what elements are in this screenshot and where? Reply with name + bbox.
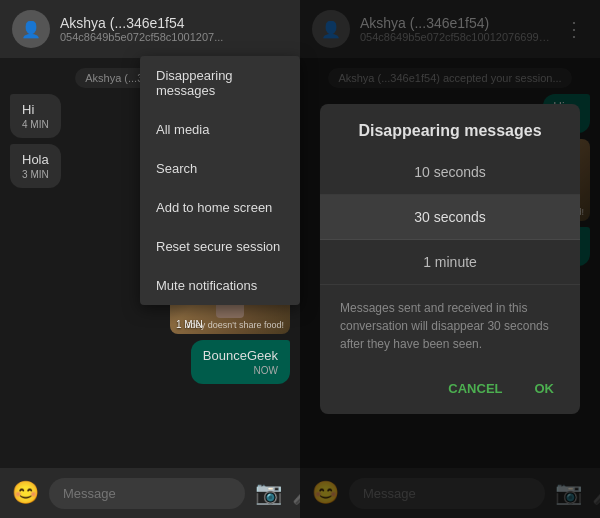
- menu-item-disappearing[interactable]: Disappearing messages: [140, 56, 300, 110]
- disappearing-messages-dialog: Disappearing messages 10 seconds 30 seco…: [320, 104, 580, 414]
- menu-item-mute[interactable]: Mute notifications: [140, 266, 300, 305]
- incoming-bubble: Hi 4 MIN: [10, 94, 61, 138]
- bubble-time: 4 MIN: [22, 119, 49, 130]
- dialog-option-30s[interactable]: 30 seconds: [320, 195, 580, 240]
- dialog-option-1m[interactable]: 1 minute: [320, 240, 580, 285]
- dropdown-menu: Disappearing messages All media Search A…: [140, 56, 300, 305]
- bubble-text: Hola: [22, 152, 49, 167]
- dialog-actions: CANCEL OK: [320, 367, 580, 414]
- emoji-icon[interactable]: 😊: [12, 480, 39, 506]
- image-caption: Joey doesn't share food!: [186, 320, 284, 330]
- bubble-time: NOW: [203, 365, 278, 376]
- message-input[interactable]: [49, 478, 245, 509]
- avatar: 👤: [12, 10, 50, 48]
- menu-item-all-media[interactable]: All media: [140, 110, 300, 149]
- bubble-time: 3 MIN: [22, 169, 49, 180]
- left-panel: 👤 Akshya (...346e1f54 054c8649b5e072cf58…: [0, 0, 300, 518]
- dialog-title: Disappearing messages: [320, 104, 580, 150]
- bubble-text: BounceGeek: [203, 348, 278, 363]
- dialog-option-10s[interactable]: 10 seconds: [320, 150, 580, 195]
- bubble-text: Hi: [22, 102, 49, 117]
- left-bottom-bar: 😊 📷 🎤 +: [0, 468, 300, 518]
- menu-item-reset-session[interactable]: Reset secure session: [140, 227, 300, 266]
- dialog-overlay: Disappearing messages 10 seconds 30 seco…: [300, 0, 600, 518]
- left-header: 👤 Akshya (...346e1f54 054c8649b5e072cf58…: [0, 0, 300, 58]
- header-info: Akshya (...346e1f54 054c8649b5e072cf58c1…: [60, 15, 288, 43]
- menu-item-add-home[interactable]: Add to home screen: [140, 188, 300, 227]
- cancel-button[interactable]: CANCEL: [442, 377, 508, 400]
- outgoing-bubble: BounceGeek NOW: [191, 340, 290, 384]
- dialog-description: Messages sent and received in this conve…: [320, 285, 580, 367]
- ok-button[interactable]: OK: [529, 377, 561, 400]
- right-panel: 👤 Akshya (...346e1f54) 054c8649b5e072cf5…: [300, 0, 600, 518]
- contact-id: 054c8649b5e072cf58c1001207...: [60, 31, 288, 43]
- table-row: BounceGeek NOW: [10, 340, 290, 384]
- incoming-bubble: Hola 3 MIN: [10, 144, 61, 188]
- menu-item-search[interactable]: Search: [140, 149, 300, 188]
- avatar-icon: 👤: [21, 20, 41, 39]
- camera-icon[interactable]: 📷: [255, 480, 282, 506]
- contact-name: Akshya (...346e1f54: [60, 15, 288, 31]
